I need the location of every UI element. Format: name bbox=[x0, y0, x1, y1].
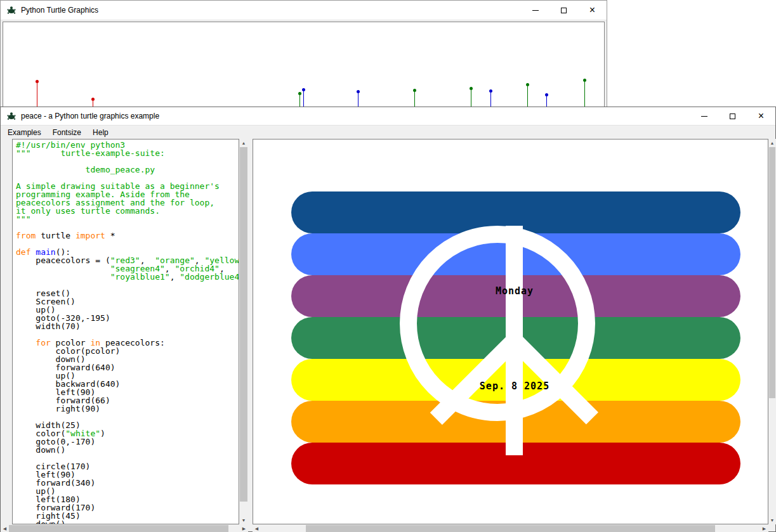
scrollbar-track[interactable] bbox=[768, 147, 776, 516]
scroll-down-icon[interactable]: ▼ bbox=[768, 516, 776, 524]
code-line: width(70) bbox=[16, 322, 239, 330]
code-line: """ bbox=[16, 215, 239, 223]
bg-titlebar[interactable]: Python Turtle Graphics × bbox=[1, 1, 607, 20]
turtle-canvas: Monday Sep. 8 2025 bbox=[253, 139, 768, 524]
tree-stem bbox=[527, 85, 528, 107]
turtle-icon bbox=[6, 111, 16, 121]
tree-dot bbox=[545, 93, 548, 96]
code-line: """ turtle-example-suite: bbox=[16, 149, 239, 157]
close-button[interactable]: × bbox=[747, 107, 775, 125]
peace-window-controls: × bbox=[690, 107, 775, 125]
minimize-icon bbox=[532, 10, 539, 11]
scrollbar-track[interactable] bbox=[239, 147, 248, 516]
maximize-button[interactable] bbox=[718, 107, 747, 125]
bg-window-title: Python Turtle Graphics bbox=[21, 6, 98, 15]
close-icon: × bbox=[758, 110, 764, 122]
code-line: from turtle import * bbox=[16, 231, 239, 240]
tree-stem bbox=[546, 95, 547, 107]
menu-examples[interactable]: Examples bbox=[2, 127, 47, 138]
close-icon: × bbox=[589, 4, 595, 16]
scrollbar-track[interactable] bbox=[261, 524, 760, 532]
canvas-scrollbar-vertical[interactable]: ▲ ▼ bbox=[768, 139, 776, 524]
tree-stem bbox=[303, 90, 304, 107]
tree-dot bbox=[583, 79, 586, 82]
maximize-icon bbox=[561, 8, 567, 13]
code-line: tdemo_peace.py bbox=[16, 165, 239, 174]
peace-window: peace - a Python turtle graphics example… bbox=[0, 107, 776, 532]
tree-dot bbox=[36, 80, 39, 83]
code-line: down() bbox=[16, 520, 239, 524]
tree-stem bbox=[299, 94, 300, 107]
tree-stem bbox=[414, 91, 415, 107]
maximize-icon bbox=[730, 114, 735, 119]
minimize-button[interactable] bbox=[690, 107, 718, 125]
tree-stem bbox=[471, 89, 471, 107]
scroll-right-icon[interactable]: ▶ bbox=[760, 524, 768, 532]
tree-stem bbox=[37, 82, 37, 107]
scrollbar-thumb[interactable] bbox=[769, 147, 775, 398]
scrollbar-track[interactable] bbox=[9, 524, 240, 532]
bg-close-button[interactable]: × bbox=[578, 1, 607, 20]
scrollbar-thumb[interactable] bbox=[240, 147, 247, 502]
tree-dot bbox=[302, 88, 305, 91]
code-line: "royalblue1", "dodgerblue4") bbox=[16, 273, 239, 281]
scroll-right-icon[interactable]: ▶ bbox=[240, 524, 248, 532]
menu-bar: Examples Fontsize Help bbox=[1, 126, 775, 139]
code-line: it only uses turtle commands. bbox=[16, 207, 239, 215]
scroll-down-icon[interactable]: ▼ bbox=[239, 516, 248, 524]
minimize-icon bbox=[701, 116, 707, 117]
scroll-left-icon[interactable]: ◀ bbox=[253, 524, 261, 532]
tree-dot bbox=[489, 89, 492, 93]
tree-stem bbox=[358, 92, 358, 107]
bg-minimize-button[interactable] bbox=[521, 1, 549, 20]
bg-window-controls: × bbox=[521, 1, 607, 20]
code-scrollbar-horizontal[interactable]: ◀ ▶ bbox=[1, 524, 248, 532]
tree-dot bbox=[298, 92, 301, 95]
canvas-scrollbar-horizontal[interactable]: ◀ ▶ bbox=[253, 524, 768, 532]
code-editor[interactable]: #!/usr/bin/env python3""" turtle-example… bbox=[12, 139, 239, 524]
menu-help[interactable]: Help bbox=[87, 127, 114, 138]
scroll-up-icon[interactable]: ▲ bbox=[239, 139, 248, 147]
tree-stem bbox=[584, 81, 585, 107]
scroll-left-icon[interactable]: ◀ bbox=[1, 524, 9, 532]
weekday-label: Monday bbox=[438, 285, 591, 297]
menu-fontsize[interactable]: Fontsize bbox=[47, 127, 87, 138]
tree-dot bbox=[91, 98, 95, 101]
scrollbar-thumb[interactable] bbox=[9, 525, 228, 532]
scrollbar-thumb[interactable] bbox=[306, 525, 715, 532]
bg-maximize-button[interactable] bbox=[549, 1, 578, 20]
turtle-icon bbox=[6, 5, 16, 15]
scroll-up-icon[interactable]: ▲ bbox=[768, 139, 776, 147]
tree-dot bbox=[413, 89, 416, 92]
code-scrollbar-vertical[interactable]: ▲ ▼ bbox=[239, 139, 248, 524]
peace-titlebar[interactable]: peace - a Python turtle graphics example… bbox=[1, 107, 775, 126]
code-line: right(90) bbox=[16, 405, 239, 413]
tree-dot bbox=[357, 90, 360, 93]
peace-window-title: peace - a Python turtle graphics example bbox=[21, 112, 159, 120]
tree-dot bbox=[470, 87, 473, 90]
desktop: Python Turtle Graphics × p bbox=[0, 0, 776, 532]
code-line: down() bbox=[16, 446, 239, 454]
date-label: Sep. 8 2025 bbox=[438, 380, 591, 392]
tree-dot bbox=[526, 83, 529, 86]
tree-stem bbox=[490, 91, 491, 107]
